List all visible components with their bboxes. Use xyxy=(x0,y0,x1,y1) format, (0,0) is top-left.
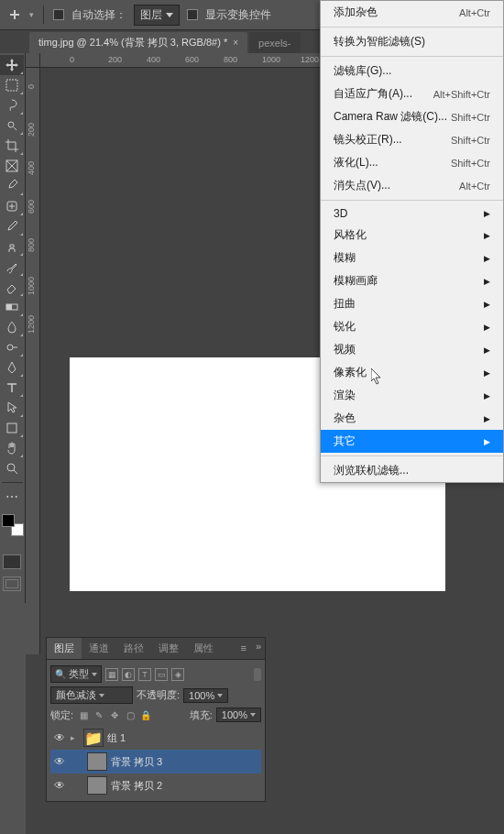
menu-item[interactable]: Camera Raw 滤镜(C)...Shift+Ctr xyxy=(321,105,503,128)
menu-item[interactable]: 其它▶ xyxy=(321,430,503,453)
move-tool[interactable] xyxy=(0,55,24,75)
panel-menu-icon[interactable]: ≡ xyxy=(241,642,247,653)
panel-body: 🔍 类型 ▦ ◐ T ▭ ◈ 颜色减淡 不透明度: 100% 锁定: xyxy=(47,660,265,801)
gradient-tool[interactable] xyxy=(0,297,24,317)
auto-select-target-dropdown[interactable]: 图层 xyxy=(134,5,180,26)
edit-toolbar[interactable]: ⋯ xyxy=(0,487,24,507)
filter-adjustment-icon[interactable]: ◐ xyxy=(122,668,135,681)
menu-item[interactable]: 模糊画廊▶ xyxy=(321,269,503,292)
layer-row[interactable]: 👁背景 拷贝 3 xyxy=(50,750,261,774)
layer-filter-dropdown[interactable]: 🔍 类型 xyxy=(50,665,102,683)
visibility-toggle-icon[interactable]: 👁 xyxy=(52,731,67,744)
foreground-color-icon[interactable] xyxy=(2,514,15,527)
eyedropper-tool[interactable] xyxy=(0,176,24,196)
menu-item[interactable]: 消失点(V)...Alt+Ctr xyxy=(321,174,503,197)
ruler-tick: 200 xyxy=(27,123,36,137)
fill-input[interactable]: 100% xyxy=(216,708,261,722)
dropdown-arrow-icon[interactable]: ▾ xyxy=(29,10,34,19)
type-tool[interactable] xyxy=(0,378,24,398)
opacity-label: 不透明度: xyxy=(137,688,180,702)
layer-name[interactable]: 背景 拷贝 2 xyxy=(111,779,162,793)
menu-item-label: 自适应广角(A)... xyxy=(334,86,412,102)
menu-item-label: 滤镜库(G)... xyxy=(334,63,391,79)
menu-item[interactable]: 渲染▶ xyxy=(321,384,503,407)
submenu-arrow-icon: ▶ xyxy=(484,300,490,309)
filter-toggle[interactable] xyxy=(254,668,261,681)
filter-type-icon[interactable]: T xyxy=(138,668,151,681)
document-tab-active[interactable]: timg.jpg @ 21.4% (背景 拷贝 3, RGB/8#) * × xyxy=(29,32,247,53)
frame-tool[interactable] xyxy=(0,156,24,176)
tab-channels[interactable]: 通道 xyxy=(82,638,116,659)
menu-item[interactable]: 镜头校正(R)...Shift+Ctr xyxy=(321,128,503,151)
tab-layers[interactable]: 图层 xyxy=(47,638,82,659)
eraser-tool[interactable] xyxy=(0,277,24,297)
brush-tool[interactable] xyxy=(0,216,24,236)
dodge-tool[interactable] xyxy=(0,337,24,357)
menu-item[interactable]: 浏览联机滤镜... xyxy=(321,459,503,482)
quick-mask-toggle[interactable] xyxy=(3,554,21,569)
crop-tool[interactable] xyxy=(0,136,24,156)
menu-item[interactable]: 3D▶ xyxy=(321,203,503,224)
menu-item[interactable]: 像素化▶ xyxy=(321,361,503,384)
submenu-arrow-icon: ▶ xyxy=(484,346,490,355)
layer-row[interactable]: 👁背景 拷贝 2 xyxy=(50,774,261,797)
opacity-input[interactable]: 100% xyxy=(183,688,228,703)
close-icon[interactable]: × xyxy=(233,38,238,48)
lock-artboard-icon[interactable]: ▢ xyxy=(124,708,137,721)
screen-mode-toggle[interactable] xyxy=(3,576,21,591)
tab-adjustments[interactable]: 调整 xyxy=(151,638,186,659)
menu-item[interactable]: 液化(L)...Shift+Ctr xyxy=(321,151,503,174)
layer-name[interactable]: 背景 拷贝 3 xyxy=(111,755,162,769)
menu-item-label: 视频 xyxy=(334,342,356,357)
menu-item[interactable]: 杂色▶ xyxy=(321,407,503,430)
visibility-toggle-icon[interactable]: 👁 xyxy=(52,755,67,768)
layer-thumbnail[interactable] xyxy=(87,752,107,771)
history-brush-tool[interactable] xyxy=(0,257,24,277)
lasso-tool[interactable] xyxy=(0,95,24,115)
menu-item[interactable]: 风格化▶ xyxy=(321,224,503,247)
path-select-tool[interactable] xyxy=(0,398,24,418)
filter-pixel-icon[interactable]: ▦ xyxy=(105,668,118,681)
color-swatch[interactable] xyxy=(2,514,24,536)
menu-item[interactable]: 模糊▶ xyxy=(321,247,503,269)
auto-select-checkbox[interactable] xyxy=(53,9,64,20)
menu-item-label: 渲染 xyxy=(334,388,356,403)
menu-item[interactable]: 视频▶ xyxy=(321,338,503,361)
panel-collapse-icon[interactable]: » xyxy=(256,641,261,652)
menu-item[interactable]: 锐化▶ xyxy=(321,315,503,338)
lock-all-icon[interactable]: 🔒 xyxy=(139,708,152,721)
group-twisty-icon[interactable]: ▸ xyxy=(71,733,80,742)
tab-paths[interactable]: 路径 xyxy=(116,638,151,659)
healing-tool[interactable] xyxy=(0,196,24,216)
lock-paint-icon[interactable]: ✎ xyxy=(93,708,105,721)
clone-tool[interactable] xyxy=(0,236,24,257)
lock-label: 锁定: xyxy=(50,708,73,722)
quick-select-tool[interactable] xyxy=(0,115,24,136)
filter-smart-icon[interactable]: ◈ xyxy=(171,668,184,681)
lock-pixels-icon[interactable]: ▦ xyxy=(77,708,90,721)
pen-tool[interactable] xyxy=(0,357,24,378)
show-transform-checkbox[interactable] xyxy=(187,9,198,20)
layer-row[interactable]: 👁▸📁组 1 xyxy=(50,726,261,750)
menu-shortcut: Shift+Ctr xyxy=(451,158,490,169)
shape-tool[interactable] xyxy=(0,418,24,438)
menu-item[interactable]: 扭曲▶ xyxy=(321,292,503,315)
marquee-tool[interactable] xyxy=(0,75,24,95)
lock-position-icon[interactable]: ✥ xyxy=(108,708,121,721)
zoom-tool[interactable] xyxy=(0,458,24,478)
hand-tool[interactable] xyxy=(0,438,24,458)
menu-item[interactable]: 滤镜库(G)... xyxy=(321,60,503,82)
ruler-vertical[interactable]: 020040060080010001200 xyxy=(26,68,40,654)
filter-shape-icon[interactable]: ▭ xyxy=(155,668,168,681)
blend-mode-dropdown[interactable]: 颜色减淡 xyxy=(50,686,133,704)
document-tab-inactive[interactable]: pexels- xyxy=(249,32,300,53)
menu-item[interactable]: 转换为智能滤镜(S) xyxy=(321,30,503,53)
menu-item[interactable]: 自适应广角(A)...Alt+Shift+Ctr xyxy=(321,82,503,105)
layer-name[interactable]: 组 1 xyxy=(107,731,126,745)
menu-item[interactable]: 添加杂色Alt+Ctr xyxy=(321,1,503,24)
visibility-toggle-icon[interactable]: 👁 xyxy=(52,779,67,792)
blur-tool[interactable] xyxy=(0,317,24,337)
layer-thumbnail[interactable] xyxy=(87,776,107,795)
ruler-origin[interactable] xyxy=(26,53,40,68)
tab-properties[interactable]: 属性 xyxy=(186,638,221,659)
